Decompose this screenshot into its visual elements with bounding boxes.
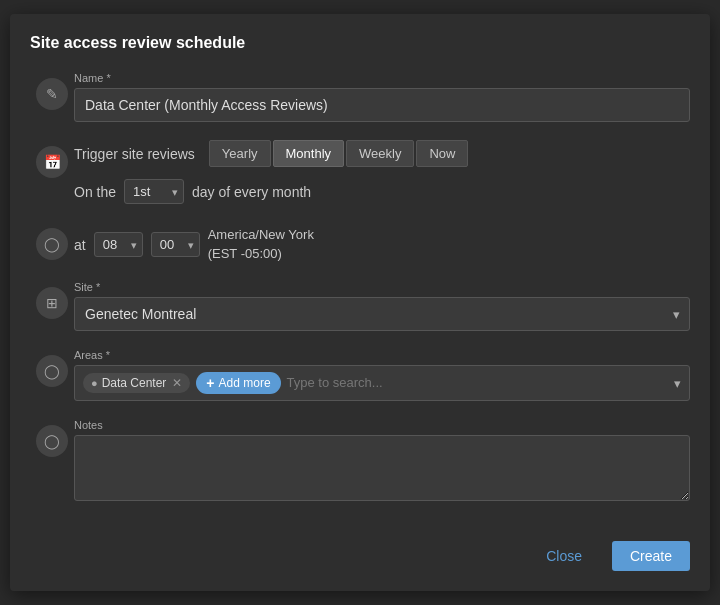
trigger-field-col: Trigger site reviews Yearly Monthly Week… bbox=[74, 140, 690, 204]
trigger-btn-group: Yearly Monthly Weekly Now bbox=[209, 140, 469, 167]
site-row: ⊞ Site * Genetec Montreal bbox=[30, 281, 690, 331]
timezone-line1: America/New York bbox=[208, 226, 314, 244]
notes-icon-col: ◯ bbox=[30, 419, 74, 457]
dialog-title: Site access review schedule bbox=[30, 34, 690, 52]
areas-icon-col: ◯ bbox=[30, 349, 74, 387]
time-row: ◯ at 08 09 10 00 15 30 45 bbox=[30, 222, 690, 262]
day-prefix: On the bbox=[74, 184, 116, 200]
day-select-wrapper: 1st 2nd 3rd 4th 5th 10th 15th bbox=[124, 179, 184, 204]
site-field-col: Site * Genetec Montreal bbox=[74, 281, 690, 331]
now-button[interactable]: Now bbox=[416, 140, 468, 167]
site-icon-col: ⊞ bbox=[30, 281, 74, 319]
site-select[interactable]: Genetec Montreal bbox=[74, 297, 690, 331]
name-input[interactable] bbox=[74, 88, 690, 122]
pencil-icon: ✎ bbox=[36, 78, 68, 110]
areas-row: ◯ Areas * ● Data Center ✕ + Add more Typ… bbox=[30, 349, 690, 401]
name-field-col: Name * bbox=[74, 72, 690, 122]
yearly-button[interactable]: Yearly bbox=[209, 140, 271, 167]
trigger-buttons-row: Trigger site reviews Yearly Monthly Week… bbox=[74, 140, 690, 167]
location-icon: ◯ bbox=[36, 355, 68, 387]
minute-select-wrapper: 00 15 30 45 bbox=[151, 232, 200, 257]
notes-input[interactable] bbox=[74, 435, 690, 501]
name-label: Name * bbox=[74, 72, 690, 84]
day-select[interactable]: 1st 2nd 3rd 4th 5th 10th 15th bbox=[124, 179, 184, 204]
area-tag-close[interactable]: ✕ bbox=[172, 376, 182, 390]
monthly-button[interactable]: Monthly bbox=[273, 140, 345, 167]
areas-container[interactable]: ● Data Center ✕ + Add more Type to searc… bbox=[74, 365, 690, 401]
day-suffix: day of every month bbox=[192, 184, 311, 200]
trigger-label: Trigger site reviews bbox=[74, 146, 195, 162]
notes-field-col: Notes bbox=[74, 419, 690, 505]
dialog-footer: Close Create bbox=[30, 529, 690, 571]
at-row: at 08 09 10 00 15 30 45 bbox=[74, 226, 690, 262]
area-tag-label: Data Center bbox=[102, 376, 167, 390]
day-row: On the 1st 2nd 3rd 4th 5th 10th 15th day… bbox=[74, 179, 690, 204]
site-label: Site * bbox=[74, 281, 690, 293]
create-button[interactable]: Create bbox=[612, 541, 690, 571]
area-tag-icon: ● bbox=[91, 377, 98, 389]
add-more-label: Add more bbox=[219, 376, 271, 390]
areas-field-col: Areas * ● Data Center ✕ + Add more Type … bbox=[74, 349, 690, 401]
site-select-wrapper: Genetec Montreal bbox=[74, 297, 690, 331]
areas-search-placeholder: Type to search... bbox=[287, 375, 383, 390]
trigger-row: 📅 Trigger site reviews Yearly Monthly We… bbox=[30, 140, 690, 204]
hour-select-wrapper: 08 09 10 bbox=[94, 232, 143, 257]
areas-label: Areas * bbox=[74, 349, 690, 361]
hour-select[interactable]: 08 09 10 bbox=[94, 232, 143, 257]
minute-select[interactable]: 00 15 30 45 bbox=[151, 232, 200, 257]
note-icon: ◯ bbox=[36, 425, 68, 457]
notes-label: Notes bbox=[74, 419, 690, 431]
calendar-icon: 📅 bbox=[36, 146, 68, 178]
trigger-icon-col: 📅 bbox=[30, 140, 74, 178]
at-label: at bbox=[74, 237, 86, 253]
timezone-line2: (EST -05:00) bbox=[208, 245, 314, 263]
areas-dropdown-icon: ▾ bbox=[674, 375, 681, 390]
add-more-button[interactable]: + Add more bbox=[196, 372, 280, 394]
clock-icon: ◯ bbox=[36, 228, 68, 260]
close-button[interactable]: Close bbox=[528, 541, 600, 571]
timezone-text: America/New York (EST -05:00) bbox=[208, 226, 314, 262]
grid-icon: ⊞ bbox=[36, 287, 68, 319]
time-field-col: at 08 09 10 00 15 30 45 bbox=[74, 222, 690, 262]
dialog: Site access review schedule ✎ Name * 📅 T… bbox=[10, 14, 710, 590]
weekly-button[interactable]: Weekly bbox=[346, 140, 414, 167]
name-icon-col: ✎ bbox=[30, 72, 74, 110]
notes-row: ◯ Notes bbox=[30, 419, 690, 505]
time-icon-col: ◯ bbox=[30, 222, 74, 260]
add-more-plus-icon: + bbox=[206, 375, 214, 391]
name-row: ✎ Name * bbox=[30, 72, 690, 122]
area-tag: ● Data Center ✕ bbox=[83, 373, 190, 393]
